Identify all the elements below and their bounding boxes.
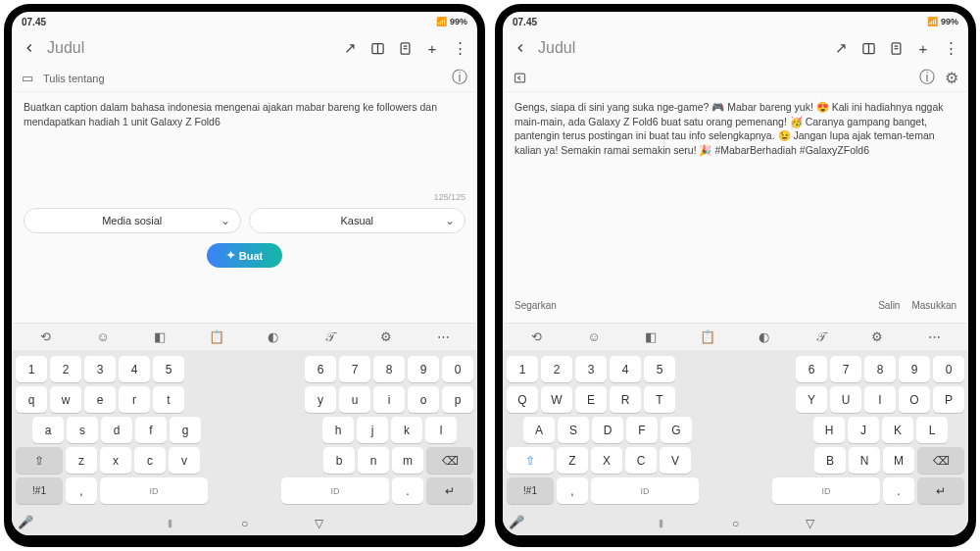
symbol-key[interactable]: !#1 (16, 477, 63, 504)
create-button[interactable]: ✦ Buat (207, 243, 282, 268)
key-k[interactable]: K (882, 417, 913, 443)
space-key-right[interactable]: ID (281, 477, 389, 504)
tb-gif-icon[interactable]: ◧ (641, 327, 661, 347)
back-icon[interactable] (511, 38, 530, 58)
key-t[interactable]: t (153, 386, 184, 413)
backspace-key[interactable]: ⌫ (426, 447, 473, 474)
key-d[interactable]: D (592, 417, 623, 443)
key-9[interactable]: 9 (899, 356, 930, 382)
shift-key[interactable]: ⇧ (507, 447, 554, 474)
key-b[interactable]: b (323, 447, 355, 474)
nav-back-icon[interactable]: ▽ (803, 516, 818, 531)
key-6[interactable]: 6 (796, 356, 827, 382)
key-3[interactable]: 3 (575, 356, 607, 382)
collapse-icon[interactable] (513, 71, 527, 85)
key-5[interactable]: 5 (644, 356, 675, 382)
key-u[interactable]: u (339, 386, 370, 413)
key-w[interactable]: W (541, 386, 572, 413)
key-s[interactable]: S (558, 417, 589, 443)
key-v[interactable]: V (660, 447, 691, 474)
expand-icon[interactable]: ↗ (831, 38, 851, 58)
back-icon[interactable] (20, 38, 39, 58)
key-d[interactable]: d (101, 417, 132, 443)
tb-clipboard-icon[interactable]: 📋 (207, 327, 226, 347)
add-icon[interactable]: + (422, 38, 442, 58)
key-4[interactable]: 4 (610, 356, 641, 382)
key-o[interactable]: o (408, 386, 439, 413)
nav-back-icon[interactable]: ▽ (312, 516, 327, 531)
comma-key[interactable]: , (557, 477, 588, 504)
key-5[interactable]: 5 (153, 356, 184, 382)
key-v[interactable]: v (169, 447, 200, 474)
key-6[interactable]: 6 (305, 356, 336, 382)
tb-text-icon[interactable]: 𝒯 (319, 327, 339, 347)
settings-icon[interactable]: ⚙ (945, 69, 958, 87)
key-i[interactable]: i (373, 386, 405, 413)
nav-home-icon[interactable]: ○ (728, 516, 744, 531)
tb-settings-icon[interactable]: ⚙ (376, 327, 396, 347)
nav-recent-icon[interactable]: ⦀ (654, 516, 669, 531)
tb-voice-icon[interactable]: ◐ (263, 327, 282, 347)
mic-icon[interactable]: 🎤 (509, 515, 524, 529)
tb-gif-icon[interactable]: ◧ (150, 327, 170, 347)
key-f[interactable]: f (135, 417, 167, 443)
period-key[interactable]: . (883, 477, 914, 504)
tone-selector[interactable]: Kasual (249, 208, 466, 233)
backspace-key[interactable]: ⌫ (917, 447, 964, 474)
key-c[interactable]: C (625, 447, 657, 474)
key-j[interactable]: J (848, 417, 879, 443)
key-n[interactable]: N (849, 447, 880, 474)
key-0[interactable]: 0 (933, 356, 964, 382)
tb-undo-icon[interactable]: ⟲ (527, 327, 547, 347)
more-icon[interactable]: ⋮ (941, 38, 960, 58)
key-9[interactable]: 9 (408, 356, 439, 382)
key-7[interactable]: 7 (339, 356, 370, 382)
nav-recent-icon[interactable]: ⦀ (163, 516, 178, 531)
expand-icon[interactable]: ↗ (340, 38, 360, 58)
key-4[interactable]: 4 (119, 356, 150, 382)
key-y[interactable]: Y (796, 386, 827, 413)
key-s[interactable]: s (67, 417, 98, 443)
space-key-left[interactable]: ID (591, 477, 699, 504)
key-x[interactable]: x (100, 447, 131, 474)
key-y[interactable]: y (305, 386, 336, 413)
space-key-left[interactable]: ID (100, 477, 208, 504)
key-1[interactable]: 1 (507, 356, 538, 382)
key-0[interactable]: 0 (442, 356, 473, 382)
key-e[interactable]: E (575, 386, 607, 413)
key-z[interactable]: z (66, 447, 97, 474)
key-g[interactable]: G (661, 417, 692, 443)
more-icon[interactable]: ⋮ (450, 38, 469, 58)
key-u[interactable]: U (830, 386, 861, 413)
key-l[interactable]: l (425, 417, 457, 443)
tb-more-icon[interactable]: ⋯ (433, 327, 453, 347)
key-j[interactable]: j (357, 417, 388, 443)
key-b[interactable]: B (814, 447, 846, 474)
key-t[interactable]: T (644, 386, 675, 413)
info-icon[interactable]: ⓘ (452, 68, 467, 88)
tb-more-icon[interactable]: ⋯ (924, 327, 944, 347)
copy-button[interactable]: Salin (878, 300, 900, 311)
info-icon[interactable]: ⓘ (919, 68, 935, 88)
key-3[interactable]: 3 (84, 356, 116, 382)
key-h[interactable]: H (813, 417, 845, 443)
symbol-key[interactable]: !#1 (507, 477, 554, 504)
enter-key[interactable]: ↵ (426, 477, 473, 504)
key-i[interactable]: I (864, 386, 896, 413)
template-icon[interactable]: ▭ (22, 71, 33, 85)
key-g[interactable]: g (170, 417, 201, 443)
notes-icon[interactable] (395, 38, 415, 58)
nav-home-icon[interactable]: ○ (237, 516, 253, 531)
key-f[interactable]: F (626, 417, 658, 443)
tb-emoji-icon[interactable]: ☺ (584, 327, 604, 347)
panel-icon[interactable] (858, 38, 878, 58)
panel-icon[interactable] (368, 38, 387, 58)
space-key-right[interactable]: ID (772, 477, 880, 504)
key-1[interactable]: 1 (16, 356, 47, 382)
key-q[interactable]: q (16, 386, 47, 413)
key-2[interactable]: 2 (50, 356, 81, 382)
media-selector[interactable]: Media sosial (24, 208, 241, 233)
shift-key[interactable]: ⇧ (16, 447, 63, 474)
key-7[interactable]: 7 (830, 356, 861, 382)
key-e[interactable]: e (84, 386, 116, 413)
